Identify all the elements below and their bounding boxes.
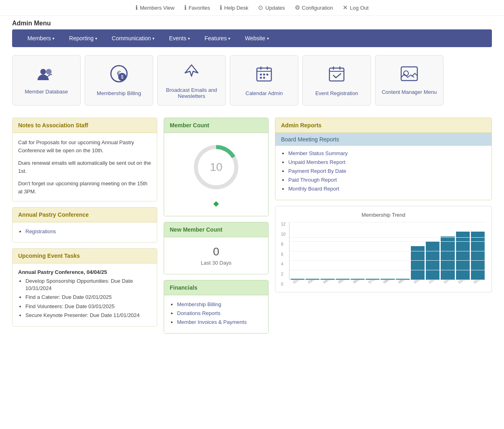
financials-panel: Financials Membership Billing Donations … [164, 280, 269, 334]
icon-card-membership-billing[interactable]: € $ Membership Billing [85, 55, 153, 106]
x-label-02/25: 02/25 [471, 280, 485, 286]
new-member-count-body: 0 Last 30 Days [164, 237, 268, 274]
content-manager-icon [400, 66, 418, 85]
member-count-panel: Member Count 10 ◆ [164, 118, 269, 216]
svg-point-13 [267, 73, 269, 75]
members-view-link[interactable]: ℹ Members View [135, 4, 175, 11]
y-label-2: 2 [281, 272, 287, 276]
paid-through-report-link[interactable]: Paid Through Report [288, 177, 337, 183]
bar-05/24[interactable] [336, 279, 350, 280]
bar-chart-wrapper: 0 2 4 6 8 10 12 [281, 222, 486, 286]
icon-card-content-manager[interactable]: Content Manager Menu [375, 55, 444, 106]
payment-report-by-date-link[interactable]: Payment Report By Date [288, 168, 346, 174]
x-label-07/24: 07/24 [366, 280, 379, 286]
icon-card-event-registration[interactable]: Event Registration [302, 55, 371, 106]
bar-07/24[interactable] [366, 279, 379, 280]
diamond-icon: ◆ [213, 199, 219, 208]
y-label-4: 4 [281, 262, 287, 266]
admin-menu-title: Admin Menu [0, 16, 504, 29]
event-registration-icon [328, 65, 346, 86]
nav-website[interactable]: Website ▾ [237, 29, 276, 47]
configuration-link[interactable]: ⚙ Configuration [295, 4, 333, 11]
bar-03/24[interactable] [306, 279, 319, 280]
member-invoices-link[interactable]: Member Invoices & Payments [177, 319, 247, 325]
donations-reports-link[interactable]: Donations Reports [177, 310, 221, 316]
conf-panel-body: Registrations [12, 222, 157, 242]
registrations-link[interactable]: Registrations [25, 228, 56, 234]
bar-02/24[interactable] [291, 279, 304, 280]
favorites-label: Favorites [189, 5, 210, 11]
svg-point-0 [40, 69, 46, 75]
bar-06/24[interactable] [351, 279, 364, 280]
left-column: Notes to Association Staff Call for Prop… [12, 118, 157, 327]
membership-billing-link[interactable]: Membership Billing [177, 301, 221, 307]
x-label-10/24: 10/24 [411, 280, 425, 286]
event-registration-label: Event Registration [315, 90, 358, 96]
calendar-admin-label: Calendar Admin [246, 90, 283, 96]
bar-09/24[interactable] [396, 279, 410, 280]
logout-link[interactable]: ✕ Log Out [343, 4, 369, 11]
new-member-count-number: 0 [213, 245, 219, 258]
configuration-label: Configuration [302, 5, 333, 11]
x-label-01/25: 01/25 [456, 280, 469, 286]
financials-body: Membership Billing Donations Reports Mem… [164, 295, 268, 333]
bar-04/24[interactable] [321, 279, 334, 280]
new-member-count-panel: New Member Count 0 Last 30 Days [164, 222, 269, 274]
nav-bar: Members ▾ Reporting ▾ Communication ▾ Ev… [12, 29, 492, 47]
svg-text:$: $ [121, 74, 124, 80]
x-label-06/24: 06/24 [350, 280, 364, 286]
favorites-link[interactable]: ℹ Favorites [184, 4, 210, 11]
svg-point-12 [263, 73, 265, 75]
nav-members[interactable]: Members ▾ [20, 29, 62, 47]
member-database-label: Member Database [25, 89, 68, 95]
bar-08/24[interactable] [381, 279, 394, 280]
nav-reporting-arrow: ▾ [95, 36, 97, 41]
icon-card-broadcast-emails[interactable]: Broadcast Emails and Newsletters [157, 55, 226, 106]
icon-card-member-database[interactable]: Member Database [12, 55, 81, 106]
bar-02/25[interactable] [471, 232, 485, 280]
conf-panel: Annual Pastry Conference Registrations [12, 207, 157, 242]
membership-billing-icon: € $ [110, 65, 128, 86]
y-label-10: 10 [281, 232, 287, 236]
tasks-panel-body: Annual Pastry Conference, 04/04/25 Devel… [12, 263, 157, 326]
nav-features-arrow: ▾ [228, 36, 230, 41]
member-status-summary-link[interactable]: Member Status Summary [288, 150, 348, 156]
help-desk-link[interactable]: ℹ Help Desk [220, 4, 248, 11]
svg-point-1 [46, 69, 52, 75]
membership-billing-label: Membership Billing [97, 90, 141, 96]
nav-features[interactable]: Features ▾ [197, 29, 237, 47]
members-view-label: Members View [140, 5, 175, 11]
note-3: Don't forget our upcoming planning meeti… [18, 180, 151, 195]
updates-link[interactable]: ⊙ Updates [258, 4, 285, 11]
svg-marker-6 [185, 65, 198, 76]
tasks-panel: Upcoming Event Tasks Annual Pastry Confe… [12, 248, 157, 327]
broadcast-emails-label: Broadcast Emails and Newsletters [162, 87, 221, 99]
x-label-05/24: 05/24 [335, 280, 349, 286]
nav-communication[interactable]: Communication ▾ [104, 29, 162, 47]
grid-line-6 [289, 251, 486, 251]
nav-reporting[interactable]: Reporting ▾ [62, 29, 104, 47]
members-view-icon: ℹ [135, 4, 138, 11]
nav-website-arrow: ▾ [267, 36, 269, 41]
note-1: Call for Proposals for our upcoming Annu… [18, 139, 151, 154]
membership-trend-panel: Membership Trend 0 2 4 6 8 10 12 [275, 206, 492, 292]
x-label-02/24: 02/24 [290, 280, 304, 286]
bar-12/24[interactable] [441, 236, 454, 280]
main-content: Notes to Association Staff Call for Prop… [0, 114, 504, 346]
bar-01/25[interactable] [456, 232, 470, 280]
svg-point-15 [263, 77, 265, 79]
y-label-0: 0 [281, 282, 287, 286]
icon-card-calendar-admin[interactable]: Calendar Admin [230, 55, 298, 106]
monthly-board-report-link[interactable]: Monthly Board Report [288, 186, 339, 192]
grid-line-2 [289, 270, 486, 270]
admin-reports-header: Admin Reports [275, 118, 492, 133]
x-label-09/24: 09/24 [396, 280, 409, 286]
grid-line-4 [289, 260, 486, 261]
x-label-03/24: 03/24 [305, 280, 319, 286]
financials-header: Financials [164, 280, 268, 295]
nav-events-arrow: ▾ [188, 36, 190, 41]
help-desk-label: Help Desk [224, 5, 248, 11]
nav-events[interactable]: Events ▾ [162, 29, 197, 47]
middle-column: Member Count 10 ◆ New Member Count 0 Las… [164, 118, 269, 334]
unpaid-members-report-link[interactable]: Unpaid Members Report [288, 159, 346, 165]
